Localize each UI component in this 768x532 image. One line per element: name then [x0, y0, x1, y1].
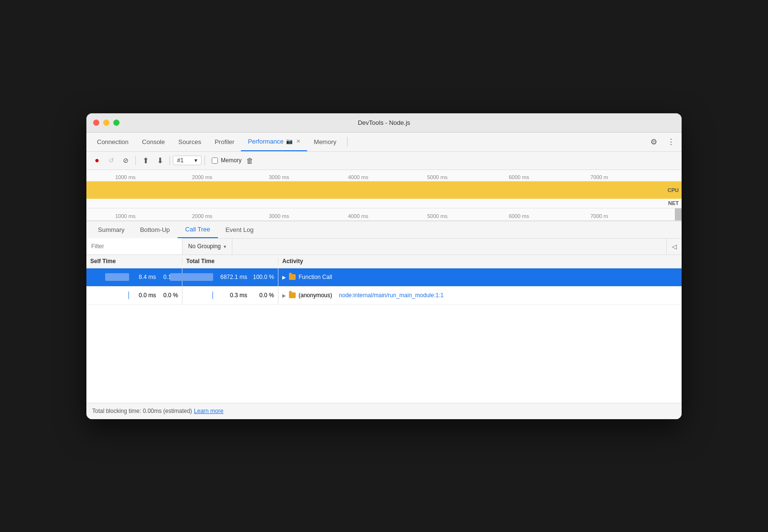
self-time-bar-1	[105, 273, 129, 281]
memory-label: Memory	[221, 157, 241, 164]
record-button[interactable]: ●	[90, 154, 104, 167]
expand-arrow-2[interactable]: ▶	[282, 293, 286, 298]
download-button[interactable]: ⬇	[153, 154, 167, 167]
cell-activity-1: ▶ Function Call	[278, 268, 682, 286]
activity-name-2: (anonymous)	[299, 292, 332, 299]
download-icon: ⬇	[157, 156, 163, 165]
self-pct-2: 0.0 %	[159, 292, 178, 299]
memory-checkbox[interactable]	[212, 157, 218, 164]
cell-self-2: 0.0 ms 0.0 %	[86, 287, 182, 304]
maximize-button[interactable]	[113, 120, 120, 126]
total-time-bar-1	[170, 273, 213, 281]
trash-button[interactable]: 🗑	[244, 155, 255, 167]
self-time-bar-2	[128, 291, 129, 299]
toolbar-divider-1	[135, 156, 136, 165]
record-icon: ●	[95, 156, 99, 165]
table-header: Self Time Total Time Activity	[86, 255, 682, 268]
tab-connection[interactable]: Connection	[90, 132, 135, 151]
traffic-lights	[93, 120, 120, 126]
collapse-button[interactable]: ◁	[666, 238, 682, 254]
timeline-ruler-bottom: 1000 ms 2000 ms 3000 ms 4000 ms 5000 ms …	[86, 208, 682, 221]
total-pct-2: 0.0 %	[250, 292, 274, 299]
tab-close-icon[interactable]: ✕	[296, 138, 300, 145]
col-header-self-time: Self Time	[86, 258, 182, 265]
cell-total-1: 6872.1 ms 100.0 %	[182, 268, 278, 286]
table-body: 8.4 ms 0.1 % 6872.1 ms 100.0 % ▶ Functio…	[86, 268, 682, 403]
tab-bottom-up[interactable]: Bottom-Up	[132, 221, 178, 238]
tab-summary[interactable]: Summary	[90, 221, 132, 238]
profile-selector[interactable]: #1 ▾	[173, 156, 202, 165]
filter-input[interactable]	[86, 238, 182, 254]
tab-console[interactable]: Console	[135, 132, 172, 151]
net-label: NET	[668, 200, 679, 206]
ruler-label-6000: 6000 ms	[509, 174, 529, 180]
cpu-label: CPU	[668, 187, 679, 193]
toolbar-divider-2	[169, 156, 170, 165]
trash-icon: 🗑	[246, 157, 253, 165]
ruler2-label-6000: 6000 ms	[509, 213, 529, 219]
ruler2-label-4000: 4000 ms	[348, 213, 368, 219]
tab-call-tree[interactable]: Call Tree	[178, 221, 218, 238]
clear-button[interactable]: ⊘	[119, 154, 132, 167]
ruler-label-2000: 2000 ms	[192, 174, 212, 180]
upload-button[interactable]: ⬆	[139, 154, 152, 167]
tab-sources[interactable]: Sources	[171, 132, 208, 151]
analysis-tabs-bar: Summary Bottom-Up Call Tree Event Log	[86, 221, 682, 239]
minimize-button[interactable]	[103, 120, 109, 126]
nav-tabs-bar: Connection Console Sources Profiler Perf…	[86, 133, 682, 152]
folder-icon-1	[289, 274, 296, 280]
cell-activity-2: ▶ (anonymous) node:internal/main/run_mai…	[278, 287, 682, 304]
tab-separator	[347, 137, 348, 146]
toolbar-divider-3	[204, 156, 205, 165]
ruler-label-3000: 3000 ms	[269, 174, 289, 180]
settings-button[interactable]: ⚙	[647, 135, 660, 148]
folder-icon-2	[289, 292, 296, 298]
learn-more-link[interactable]: Learn more	[194, 408, 223, 414]
ruler2-label-5000: 5000 ms	[427, 213, 447, 219]
timeline-scrollbar[interactable]	[675, 208, 682, 220]
total-ms-2: 0.3 ms	[216, 292, 247, 299]
cell-self-1: 8.4 ms 0.1 %	[86, 268, 182, 286]
ruler2-label-2000: 2000 ms	[192, 213, 212, 219]
timeline-area: 1000 ms 2000 ms 3000 ms 4000 ms 5000 ms …	[86, 170, 682, 221]
col-header-total-time: Total Time	[182, 258, 278, 265]
self-ms-1: 8.4 ms	[132, 274, 156, 280]
table-row[interactable]: 8.4 ms 0.1 % 6872.1 ms 100.0 % ▶ Functio…	[86, 268, 682, 287]
total-time-bar-2	[212, 291, 213, 299]
activity-link-2[interactable]: node:internal/main/run_main_module:1:1	[339, 292, 444, 299]
collapse-icon: ◁	[672, 243, 677, 250]
status-bar: Total blocking time: 0.00ms (estimated) …	[86, 403, 682, 419]
tab-memory[interactable]: Memory	[307, 132, 343, 151]
ruler2-label-7000: 7000 m	[590, 213, 608, 219]
tab-actions: ⚙ ⋮	[647, 135, 678, 148]
net-row: NET	[86, 199, 682, 208]
table-row[interactable]: 0.0 ms 0.0 % 0.3 ms 0.0 % ▶ (anonymous) …	[86, 287, 682, 305]
clear-icon: ⊘	[123, 157, 129, 164]
ruler-label-1000: 1000 ms	[115, 174, 135, 180]
total-pct-1: 100.0 %	[250, 274, 274, 280]
camera-icon: 📷	[286, 138, 293, 145]
status-text: Total blocking time: 0.00ms (estimated)	[92, 408, 192, 414]
filter-row: No Grouping ▾ ◁	[86, 239, 682, 255]
col-header-activity: Activity	[278, 258, 682, 265]
ruler-label-4000: 4000 ms	[348, 174, 368, 180]
memory-checkbox-wrap: Memory	[212, 157, 241, 164]
ruler2-label-1000: 1000 ms	[115, 213, 135, 219]
upload-icon: ⬆	[143, 156, 149, 165]
activity-name-1: Function Call	[299, 274, 332, 280]
devtools-window: DevTools - Node.js Connection Console So…	[86, 113, 682, 419]
window-title: DevTools - Node.js	[358, 119, 410, 126]
ruler-label-7000: 7000 m	[590, 174, 608, 180]
toolbar: ● ↺ ⊘ ⬆ ⬇ #1 ▾ Memory 🗑	[86, 152, 682, 170]
ruler-label-5000: 5000 ms	[427, 174, 447, 180]
close-button[interactable]	[93, 120, 99, 126]
grouping-arrow-icon: ▾	[224, 244, 226, 249]
more-options-button[interactable]: ⋮	[664, 135, 678, 148]
total-ms-1: 6872.1 ms	[216, 274, 247, 280]
timeline-ruler-top: 1000 ms 2000 ms 3000 ms 4000 ms 5000 ms …	[86, 170, 682, 181]
expand-arrow-1[interactable]: ▶	[282, 275, 286, 280]
tab-event-log[interactable]: Event Log	[218, 221, 262, 238]
tab-profiler[interactable]: Profiler	[208, 132, 241, 151]
grouping-selector[interactable]: No Grouping ▾	[182, 238, 232, 254]
tab-performance[interactable]: Performance 📷 ✕	[241, 132, 307, 151]
